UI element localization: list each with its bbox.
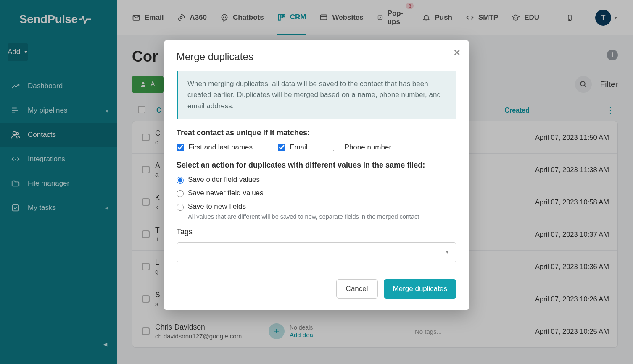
checkbox-names-input[interactable] [177,144,184,151]
radio-newfields-input[interactable] [177,204,184,211]
tags-select[interactable] [177,242,456,262]
modal-info-banner: When merging duplicates, all data will b… [177,71,456,119]
checkbox-label: Phone number [345,143,392,152]
close-button[interactable]: ✕ [453,47,461,58]
radio-older-input[interactable] [177,177,184,184]
checkbox-label: Email [290,143,308,152]
checkbox-names[interactable]: First and last names [177,143,253,152]
radio-label: Save to new fields [188,202,419,211]
radio-sublabel: All values that are different will be sa… [188,212,419,221]
radio-label: Save newer field values [188,189,264,197]
cancel-button[interactable]: Cancel [336,279,378,299]
checkbox-phone-input[interactable] [333,144,340,151]
close-icon: ✕ [453,47,461,58]
unique-label: Treat contact as unique if it matches: [177,128,456,137]
checkbox-email-input[interactable] [278,144,285,151]
merge-duplicates-modal: ✕ Merge duplicates When merging duplicat… [164,40,469,310]
modal-title: Merge duplicates [164,40,469,68]
radio-older[interactable]: Save older field values [177,175,456,184]
action-label: Select an action for duplicates with dif… [177,161,456,170]
checkbox-phone[interactable]: Phone number [333,143,392,152]
checkbox-email[interactable]: Email [278,143,308,152]
radio-label: Save older field values [188,175,260,184]
merge-button[interactable]: Merge duplicates [384,279,456,299]
radio-newfields[interactable]: Save to new fields All values that are d… [177,202,456,221]
radio-newer-input[interactable] [177,190,184,197]
tags-label: Tags [177,228,456,236]
radio-newer[interactable]: Save newer field values [177,189,456,197]
checkbox-label: First and last names [188,143,253,152]
